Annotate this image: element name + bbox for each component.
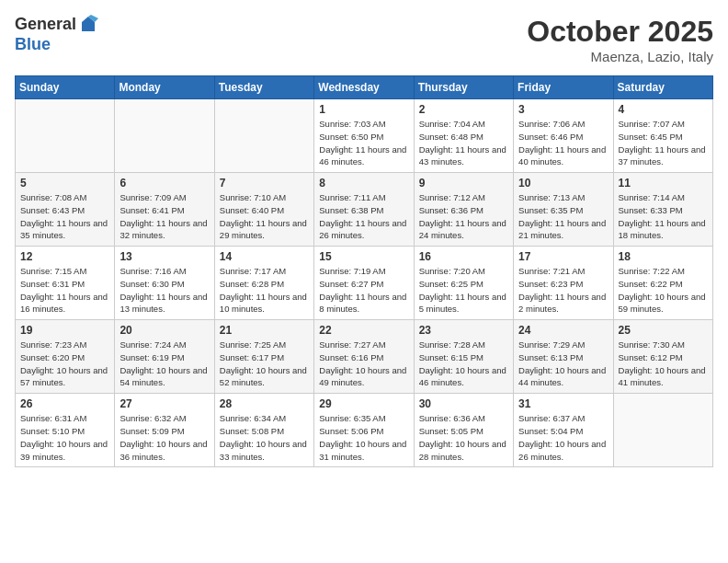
day-info: Sunrise: 7:23 AM Sunset: 6:20 PM Dayligh… (20, 339, 109, 389)
day-number: 22 (319, 324, 408, 337)
day-info: Sunrise: 6:31 AM Sunset: 5:10 PM Dayligh… (20, 412, 109, 463)
calendar-week-row: 19Sunrise: 7:23 AM Sunset: 6:20 PM Dayli… (16, 320, 713, 394)
day-number: 30 (419, 397, 508, 410)
day-number: 31 (518, 397, 608, 410)
calendar-cell: 15Sunrise: 7:19 AM Sunset: 6:27 PM Dayli… (314, 247, 414, 320)
day-info: Sunrise: 7:30 AM Sunset: 6:12 PM Dayligh… (619, 339, 708, 389)
calendar-cell: 30Sunrise: 6:36 AM Sunset: 5:05 PM Dayli… (414, 394, 513, 467)
column-header-tuesday: Tuesday (214, 76, 313, 99)
day-info: Sunrise: 6:35 AM Sunset: 5:06 PM Dayligh… (319, 412, 408, 463)
page-header: General Blue October 2025 Maenza, Lazio,… (15, 15, 713, 64)
calendar-cell (214, 99, 313, 173)
day-info: Sunrise: 7:14 AM Sunset: 6:33 PM Dayligh… (619, 191, 708, 242)
day-info: Sunrise: 7:17 AM Sunset: 6:28 PM Dayligh… (220, 265, 309, 316)
calendar-cell: 10Sunrise: 7:13 AM Sunset: 6:35 PM Dayli… (514, 173, 613, 247)
logo: General Blue (15, 15, 98, 55)
calendar-week-row: 26Sunrise: 6:31 AM Sunset: 5:10 PM Dayli… (16, 394, 713, 467)
title-block: October 2025 Maenza, Lazio, Italy (527, 15, 713, 64)
logo-general: General (15, 15, 76, 35)
column-header-saturday: Saturday (613, 76, 712, 99)
calendar-week-row: 12Sunrise: 7:15 AM Sunset: 6:31 PM Dayli… (16, 247, 713, 320)
calendar-cell: 19Sunrise: 7:23 AM Sunset: 6:20 PM Dayli… (16, 320, 115, 394)
day-info: Sunrise: 7:15 AM Sunset: 6:31 PM Dayligh… (20, 265, 109, 316)
day-number: 24 (518, 324, 608, 337)
day-number: 21 (220, 324, 309, 337)
calendar-cell: 26Sunrise: 6:31 AM Sunset: 5:10 PM Dayli… (16, 394, 115, 467)
day-number: 20 (119, 324, 209, 337)
day-number: 23 (419, 324, 508, 337)
day-info: Sunrise: 7:11 AM Sunset: 6:38 PM Dayligh… (319, 191, 408, 242)
day-info: Sunrise: 6:36 AM Sunset: 5:05 PM Dayligh… (419, 412, 508, 463)
calendar-cell: 5Sunrise: 7:08 AM Sunset: 6:43 PM Daylig… (16, 173, 115, 247)
day-info: Sunrise: 7:20 AM Sunset: 6:25 PM Dayligh… (419, 265, 508, 316)
calendar-cell: 24Sunrise: 7:29 AM Sunset: 6:13 PM Dayli… (514, 320, 613, 394)
day-info: Sunrise: 6:37 AM Sunset: 5:04 PM Dayligh… (518, 412, 608, 463)
day-number: 9 (419, 177, 508, 190)
day-info: Sunrise: 7:16 AM Sunset: 6:30 PM Dayligh… (119, 265, 209, 316)
day-info: Sunrise: 7:19 AM Sunset: 6:27 PM Dayligh… (319, 265, 408, 316)
day-info: Sunrise: 7:06 AM Sunset: 6:46 PM Dayligh… (518, 118, 608, 168)
calendar-cell: 8Sunrise: 7:11 AM Sunset: 6:38 PM Daylig… (314, 173, 414, 247)
calendar-cell: 31Sunrise: 6:37 AM Sunset: 5:04 PM Dayli… (514, 394, 613, 467)
calendar-cell: 23Sunrise: 7:28 AM Sunset: 6:15 PM Dayli… (414, 320, 513, 394)
column-header-thursday: Thursday (414, 76, 513, 99)
calendar-cell: 18Sunrise: 7:22 AM Sunset: 6:22 PM Dayli… (613, 247, 712, 320)
calendar-cell (16, 99, 115, 173)
day-info: Sunrise: 7:13 AM Sunset: 6:35 PM Dayligh… (518, 191, 608, 242)
calendar-header-row: SundayMondayTuesdayWednesdayThursdayFrid… (16, 76, 713, 99)
calendar-cell: 7Sunrise: 7:10 AM Sunset: 6:40 PM Daylig… (214, 173, 313, 247)
calendar-cell: 22Sunrise: 7:27 AM Sunset: 6:16 PM Dayli… (314, 320, 414, 394)
day-number: 15 (319, 250, 408, 263)
day-number: 25 (619, 324, 708, 337)
day-number: 6 (119, 177, 209, 190)
calendar-cell: 13Sunrise: 7:16 AM Sunset: 6:30 PM Dayli… (115, 247, 214, 320)
day-number: 14 (220, 250, 309, 263)
calendar-cell: 21Sunrise: 7:25 AM Sunset: 6:17 PM Dayli… (214, 320, 313, 394)
day-number: 18 (619, 250, 708, 263)
day-info: Sunrise: 7:27 AM Sunset: 6:16 PM Dayligh… (319, 339, 408, 389)
day-info: Sunrise: 7:22 AM Sunset: 6:22 PM Dayligh… (619, 265, 708, 316)
day-number: 3 (518, 103, 608, 116)
day-info: Sunrise: 7:09 AM Sunset: 6:41 PM Dayligh… (119, 191, 209, 242)
calendar-cell: 9Sunrise: 7:12 AM Sunset: 6:36 PM Daylig… (414, 173, 513, 247)
day-number: 10 (518, 177, 608, 190)
calendar-cell: 4Sunrise: 7:07 AM Sunset: 6:45 PM Daylig… (613, 99, 712, 173)
calendar-cell: 29Sunrise: 6:35 AM Sunset: 5:06 PM Dayli… (314, 394, 414, 467)
day-info: Sunrise: 6:32 AM Sunset: 5:09 PM Dayligh… (119, 412, 209, 463)
day-info: Sunrise: 7:28 AM Sunset: 6:15 PM Dayligh… (419, 339, 508, 389)
calendar-cell: 14Sunrise: 7:17 AM Sunset: 6:28 PM Dayli… (214, 247, 313, 320)
day-info: Sunrise: 7:10 AM Sunset: 6:40 PM Dayligh… (220, 191, 309, 242)
day-info: Sunrise: 7:04 AM Sunset: 6:48 PM Dayligh… (419, 118, 508, 168)
day-number: 5 (20, 177, 109, 190)
day-number: 13 (119, 250, 209, 263)
day-number: 12 (20, 250, 109, 263)
calendar-cell: 3Sunrise: 7:06 AM Sunset: 6:46 PM Daylig… (514, 99, 613, 173)
day-info: Sunrise: 7:03 AM Sunset: 6:50 PM Dayligh… (319, 118, 408, 168)
day-number: 11 (619, 177, 708, 190)
calendar-cell: 17Sunrise: 7:21 AM Sunset: 6:23 PM Dayli… (514, 247, 613, 320)
calendar-cell: 28Sunrise: 6:34 AM Sunset: 5:08 PM Dayli… (214, 394, 313, 467)
day-number: 17 (518, 250, 608, 263)
calendar-week-row: 5Sunrise: 7:08 AM Sunset: 6:43 PM Daylig… (16, 173, 713, 247)
day-number: 27 (119, 397, 209, 410)
day-number: 26 (20, 397, 109, 410)
calendar-cell: 12Sunrise: 7:15 AM Sunset: 6:31 PM Dayli… (16, 247, 115, 320)
day-number: 2 (419, 103, 508, 116)
calendar-cell: 16Sunrise: 7:20 AM Sunset: 6:25 PM Dayli… (414, 247, 513, 320)
day-info: Sunrise: 7:07 AM Sunset: 6:45 PM Dayligh… (619, 118, 708, 168)
logo-icon (78, 15, 98, 35)
day-info: Sunrise: 7:08 AM Sunset: 6:43 PM Dayligh… (20, 191, 109, 242)
day-number: 29 (319, 397, 408, 410)
calendar-cell (115, 99, 214, 173)
day-number: 7 (220, 177, 309, 190)
column-header-monday: Monday (115, 76, 214, 99)
calendar-cell: 11Sunrise: 7:14 AM Sunset: 6:33 PM Dayli… (613, 173, 712, 247)
day-number: 8 (319, 177, 408, 190)
day-info: Sunrise: 7:29 AM Sunset: 6:13 PM Dayligh… (518, 339, 608, 389)
column-header-friday: Friday (514, 76, 613, 99)
day-number: 16 (419, 250, 508, 263)
location: Maenza, Lazio, Italy (527, 49, 713, 64)
day-info: Sunrise: 7:25 AM Sunset: 6:17 PM Dayligh… (220, 339, 309, 389)
calendar-cell: 27Sunrise: 6:32 AM Sunset: 5:09 PM Dayli… (115, 394, 214, 467)
day-info: Sunrise: 7:21 AM Sunset: 6:23 PM Dayligh… (518, 265, 608, 316)
